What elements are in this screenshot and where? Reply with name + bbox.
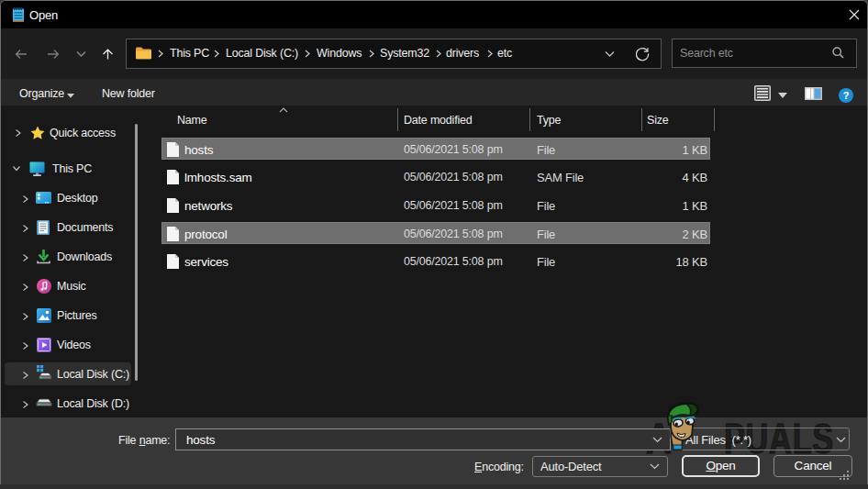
svg-text:?: ? <box>843 90 850 101</box>
